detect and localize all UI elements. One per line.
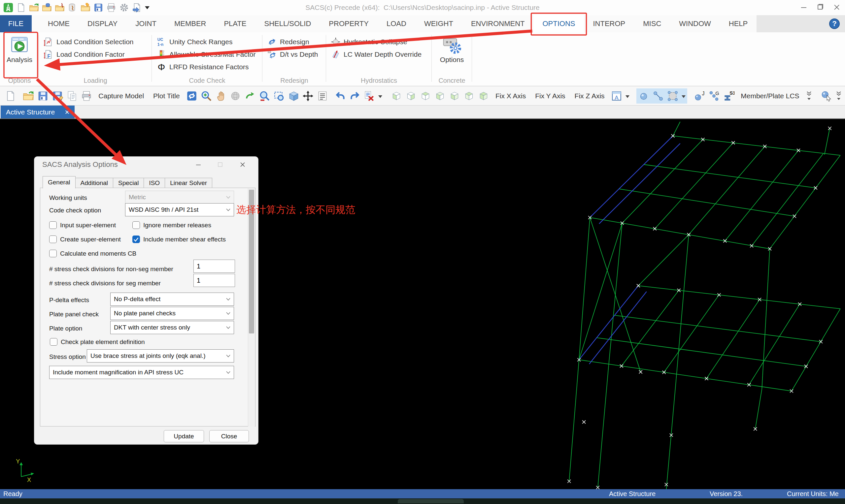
dialog-close-button[interactable]	[236, 159, 249, 170]
help-icon[interactable]: ?	[829, 18, 840, 29]
select-entity-button[interactable]	[819, 88, 834, 104]
window-close-button[interactable]	[828, 0, 845, 15]
toolbar-dropdown-button[interactable]	[624, 88, 631, 104]
dialog-scrollbar[interactable]	[248, 188, 255, 427]
delete-database-button[interactable]	[68, 3, 77, 13]
fit-view-button[interactable]	[301, 88, 315, 104]
checkbox-box[interactable]	[49, 221, 57, 229]
select-segment-button[interactable]	[651, 88, 666, 104]
plate-option-select[interactable]: DKT with center stress only	[110, 321, 234, 334]
toolbar-fix-y-axis-button[interactable]: Fix Y Axis	[530, 88, 570, 104]
tab-display[interactable]: DISPLAY	[78, 15, 126, 32]
tab-file[interactable]: FILE	[0, 15, 32, 32]
print-model-button[interactable]	[106, 3, 116, 13]
toolbar-member-plate-lcs-button[interactable]: Member/Plate LCS	[736, 88, 804, 104]
view-cube-5-button[interactable]	[447, 88, 462, 104]
checkbox-box[interactable]	[50, 338, 57, 346]
select-joint-button[interactable]	[636, 88, 651, 104]
view-cube-2-button[interactable]	[404, 88, 418, 104]
rotate-view-button[interactable]	[228, 88, 243, 104]
new-model-button[interactable]	[16, 3, 26, 13]
toolbar-fix-z-axis-button[interactable]: Fix Z Axis	[570, 88, 609, 104]
ribbon-item-load-condition-selection[interactable]: Load Condition Selection	[39, 36, 152, 48]
rotate-redo-button[interactable]	[243, 88, 257, 104]
tab-member[interactable]: MEMBER	[165, 15, 215, 32]
tab-interop[interactable]: INTEROP	[584, 15, 634, 32]
pan-hand-button[interactable]	[214, 88, 228, 104]
toolbar-dropdown-button[interactable]	[680, 88, 687, 104]
label-options-button[interactable]: A	[609, 88, 624, 104]
checkbox-check-plate-element[interactable]: Check plate element definition	[50, 338, 145, 346]
delete-selection-button[interactable]	[362, 88, 376, 104]
print-button[interactable]	[79, 88, 94, 104]
dialog-tab-linear-solver[interactable]: Linear Solver	[165, 178, 212, 188]
checkbox-create-super-element[interactable]: Create super-element	[49, 235, 121, 243]
ribbon-item-options-concrete[interactable]: Options	[435, 35, 469, 64]
window-minimize-button[interactable]	[795, 0, 812, 15]
open-database-button[interactable]	[42, 3, 52, 13]
select-region-button[interactable]	[666, 88, 680, 104]
nonseg-divisions-input[interactable]	[193, 259, 235, 273]
toolbar-dropdown-button[interactable]	[376, 88, 384, 104]
dialog-tab-special[interactable]: Special	[113, 178, 144, 188]
p-delta-select[interactable]: No P-delta effect	[110, 292, 234, 306]
export-report-button[interactable]	[132, 3, 142, 13]
ribbon-item-load-condition-factor[interactable]: FLoad Condition Factor	[39, 48, 152, 61]
checkbox-box[interactable]	[133, 235, 140, 243]
code-check-select[interactable]: WSD AISC 9th / API 21st	[125, 203, 234, 216]
zoom-previous-button[interactable]	[257, 88, 272, 104]
ribbon-item-lc-water-depth-override[interactable]: LC Water Depth Override	[326, 48, 432, 61]
open-recent-button[interactable]	[81, 3, 90, 13]
section-labels-button[interactable]: S1	[722, 88, 736, 104]
volume-view-button[interactable]	[286, 88, 301, 104]
save-model-button[interactable]	[93, 3, 103, 13]
ribbon-item-lrfd-resistance-factors[interactable]: ΦLRFD Resistance Factors	[152, 61, 262, 73]
view-cube-6-button[interactable]	[462, 88, 476, 104]
tab-environment[interactable]: ENVIRONMENT	[462, 15, 534, 32]
quick-access-menu-caret[interactable]	[145, 6, 149, 12]
open-structure-button[interactable]	[55, 3, 65, 13]
ribbon-item-hydrostatic-collapse[interactable]: Hydrostatic Collapse	[326, 36, 432, 48]
new-file-button[interactable]	[3, 88, 18, 104]
tab-load[interactable]: LOAD	[377, 15, 415, 32]
settings-gear-button[interactable]	[119, 3, 129, 13]
sacs-logo-button[interactable]	[3, 3, 13, 13]
checkbox-box[interactable]	[49, 250, 57, 257]
dialog-tab-general[interactable]: General	[42, 176, 75, 188]
zoom-window-button[interactable]	[272, 88, 286, 104]
ribbon-item-analysis-options[interactable]: Analysis	[3, 35, 36, 64]
moment-magnification-select[interactable]: Include moment magnification in API stre…	[49, 366, 234, 379]
tab-home[interactable]: HOME	[39, 15, 78, 32]
open-model-button[interactable]	[29, 3, 39, 13]
zoom-in-button[interactable]	[199, 88, 214, 104]
close-button[interactable]: Close	[209, 430, 249, 442]
redo-button[interactable]	[348, 88, 362, 104]
save-edit-button[interactable]	[50, 88, 65, 104]
dialog-tab-iso[interactable]: ISO	[144, 178, 165, 188]
toolbar-fix-x-axis-button[interactable]: Fix X Axis	[491, 88, 530, 104]
open-file-button[interactable]	[21, 88, 36, 104]
view-tab-active-structure[interactable]: Active Structure ×	[1, 106, 75, 119]
checkbox-calculate-end-moments[interactable]: Calculate end moments CB	[49, 250, 136, 257]
view-tab-close-icon[interactable]: ×	[65, 108, 69, 116]
tab-window[interactable]: WINDOW	[670, 15, 720, 32]
undo-button[interactable]	[333, 88, 348, 104]
ribbon-item-redesign[interactable]: Redesign	[262, 36, 326, 48]
update-button[interactable]: Update	[164, 430, 204, 442]
toolbar-capture-model-button[interactable]: Capture Model	[94, 88, 148, 104]
tab-misc[interactable]: MISC	[634, 15, 670, 32]
refresh-view-button[interactable]	[184, 88, 199, 104]
ribbon-item-allowable-stress-mat-factor[interactable]: Allowable Stress/Mat Factor	[152, 48, 262, 61]
checkbox-box[interactable]	[49, 235, 57, 243]
toolbar-plot-title-button[interactable]: Plot Title	[148, 88, 184, 104]
view-cube-7-button[interactable]	[476, 88, 491, 104]
dialog-tab-additional[interactable]: Additional	[75, 178, 113, 188]
copy-pages-button[interactable]	[65, 88, 79, 104]
plate-panel-select[interactable]: No plate panel checks	[110, 307, 234, 320]
stress-option-select[interactable]: Use brace stress at joints only (eqk ana…	[87, 349, 234, 362]
seg-divisions-input[interactable]	[193, 274, 235, 287]
checkbox-include-member-shear[interactable]: Include member shear effects	[133, 235, 226, 243]
view-cube-1-button[interactable]	[389, 88, 404, 104]
report-list-button[interactable]	[315, 88, 330, 104]
ribbon-item-unity-check-ranges[interactable]: UC1-nUnity Check Ranges	[152, 36, 262, 48]
